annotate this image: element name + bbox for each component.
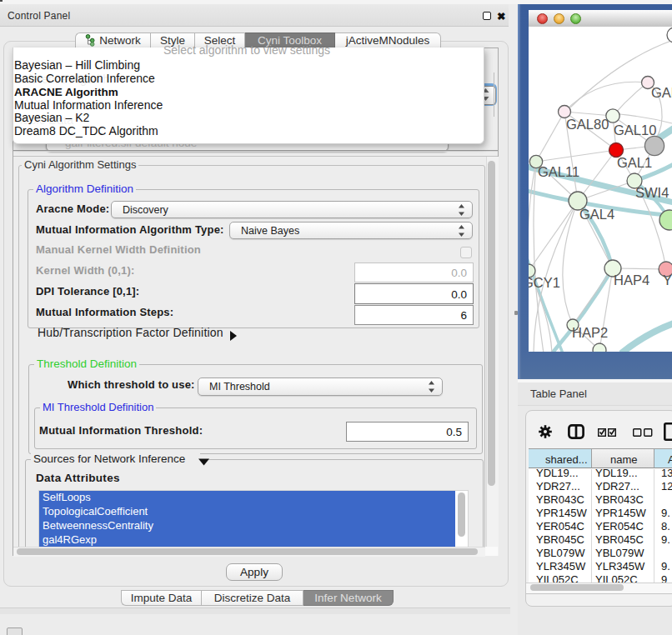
svg-text:GCY1: GCY1 [529, 275, 560, 290]
svg-text:GAL10: GAL10 [614, 122, 656, 138]
svg-text:GAL11: GAL11 [538, 164, 579, 179]
svg-text:GAL80: GAL80 [566, 117, 609, 132]
svg-text:GAL1: GAL1 [617, 155, 652, 170]
svg-text:HAP4: HAP4 [614, 272, 649, 288]
svg-text:HAP2: HAP2 [572, 325, 608, 340]
svg-text:SWI4: SWI4 [635, 185, 669, 200]
svg-text:GAL4: GAL4 [579, 207, 614, 222]
svg-text:GAL7: GAL7 [651, 85, 672, 100]
svg-text:YD: YD [663, 272, 672, 288]
